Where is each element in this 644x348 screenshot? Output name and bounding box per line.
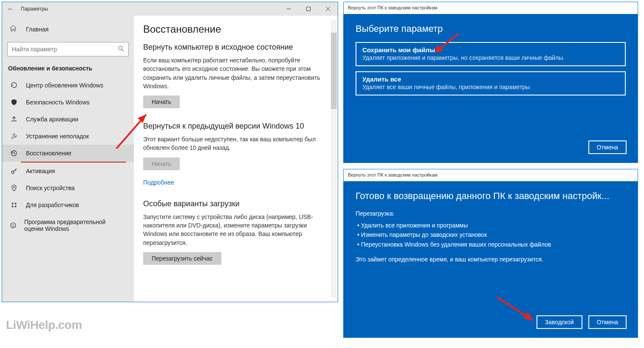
watermark: LiWiHelp.com (6, 318, 82, 332)
reset-start-button[interactable]: Начать (143, 95, 180, 108)
key-icon (10, 168, 18, 174)
reset-confirm-dialog: Вернуть этот ПК к заводским настройкам Г… (343, 169, 638, 338)
svg-line-5 (122, 49, 124, 51)
sub-label: Перезагрузка: (356, 209, 626, 218)
shield-icon (10, 99, 18, 106)
page-heading: Восстановление (143, 23, 325, 35)
window-title: Параметры (19, 6, 279, 12)
content-pane: Восстановление Вернуть компьютер в исход… (134, 16, 338, 302)
reset-body: Если ваш компьютер работает нестабильно,… (143, 56, 325, 90)
section-title: Обновление и безопасность (2, 62, 134, 77)
dialog-title: Вернуть этот ПК к заводским настройкам (344, 2, 638, 14)
option-title: Удалить все (362, 76, 619, 83)
home-label: Главная (26, 26, 48, 33)
nav-label: Центр обновления Windows (26, 82, 103, 89)
search-input[interactable] (12, 46, 118, 53)
learn-more-link[interactable]: Подробнее (143, 179, 174, 186)
option-desc: Удаляет все ваши личные файлы, приложени… (362, 84, 619, 90)
location-icon (10, 185, 18, 191)
rollback-start-button: Начать (143, 157, 180, 170)
nav-label: Программа предварительной оценки Windows (24, 219, 126, 232)
advanced-body: Запустите систему с устройства либо диск… (143, 213, 325, 247)
rollback-title: Вернуться к предыдущей версии Windows 10 (143, 122, 325, 131)
nav-backup[interactable]: Служба архивации (2, 111, 134, 128)
svg-rect-1 (307, 7, 311, 11)
maximize-button[interactable] (299, 2, 318, 16)
nav-insider[interactable]: Программа предварительной оценки Windows (2, 213, 134, 237)
home-icon (10, 25, 18, 34)
nav-label: Поиск устройства (26, 185, 75, 191)
svg-point-15 (14, 225, 14, 225)
titlebar: ← Параметры (2, 2, 338, 16)
nav-activation[interactable]: Активация (2, 163, 134, 180)
wrench-icon (10, 133, 18, 140)
cancel-button[interactable]: Отмена (588, 315, 627, 329)
dialog-heading: Выберите параметр (356, 23, 626, 34)
recovery-icon (10, 150, 18, 157)
dialog-heading: Готово к возвращению данного ПК к заводс… (356, 191, 626, 202)
footer-text: Это займет определенное время, и ваш ком… (356, 255, 626, 264)
restart-now-button[interactable]: Перезагрузить сейчас (143, 252, 221, 265)
advanced-title: Особые варианты загрузки (143, 199, 325, 208)
sidebar: Главная Обновление и безопасность Центр … (2, 16, 134, 302)
nav-label: Восстановление (26, 150, 71, 157)
scrollbar-thumb[interactable] (331, 33, 337, 109)
reset-title: Вернуть компьютер в исходное состояние (143, 43, 325, 52)
bullet-list: • Удалить все приложения и программы • И… (356, 221, 626, 249)
nav-label: Для разработчиков (26, 202, 79, 208)
search-box[interactable] (7, 42, 129, 56)
back-button[interactable]: ← (2, 5, 19, 13)
factory-button[interactable]: Заводской (537, 315, 582, 329)
insider-icon (10, 222, 17, 229)
option-desc: Удаляет приложения и параметры, но сохра… (362, 54, 619, 61)
svg-point-8 (13, 186, 15, 188)
bullet-item: • Переустановка Windows без удаления ваш… (356, 240, 626, 249)
bullet-item: • Изменить параметры до заводских устано… (356, 230, 626, 239)
nav-troubleshoot[interactable]: Устранение неполадок (2, 128, 134, 145)
nav-label: Безопасность Windows (26, 99, 90, 106)
backup-icon (10, 116, 18, 123)
svg-point-14 (12, 225, 13, 225)
reset-choose-dialog: Вернуть этот ПК к заводским настройкам В… (343, 2, 638, 163)
rollback-body: Этот вариант больше недоступен, так как … (143, 135, 325, 152)
cancel-button[interactable]: Отмена (588, 140, 627, 154)
developer-icon (10, 202, 18, 208)
settings-window: ← Параметры Главная (2, 2, 338, 302)
nav-recovery[interactable]: Восстановление (2, 145, 134, 162)
home-nav[interactable]: Главная (2, 21, 134, 38)
svg-point-4 (119, 46, 122, 50)
bullet-item: • Удалить все приложения и программы (356, 221, 626, 230)
search-icon (118, 46, 124, 53)
nav-developers[interactable]: Для разработчиков (2, 196, 134, 213)
nav-windows-security[interactable]: Безопасность Windows (2, 94, 134, 111)
nav-label: Устранение неполадок (26, 133, 89, 140)
option-title: Сохранить мои файлы (362, 46, 619, 53)
nav-label: Служба архивации (26, 116, 78, 123)
minimize-button[interactable] (279, 2, 299, 16)
option-remove-all[interactable]: Удалить все Удаляет все ваши личные файл… (356, 71, 626, 95)
update-icon (10, 82, 18, 89)
close-button[interactable] (318, 2, 338, 16)
svg-point-13 (11, 223, 16, 228)
dialog-title: Вернуть этот ПК к заводским настройкам (344, 169, 638, 181)
nav-label: Активация (26, 168, 55, 174)
nav-find-device[interactable]: Поиск устройства (2, 180, 134, 196)
option-keep-files[interactable]: Сохранить мои файлы Удаляет приложения и… (356, 42, 626, 66)
nav-windows-update[interactable]: Центр обновления Windows (2, 77, 134, 94)
